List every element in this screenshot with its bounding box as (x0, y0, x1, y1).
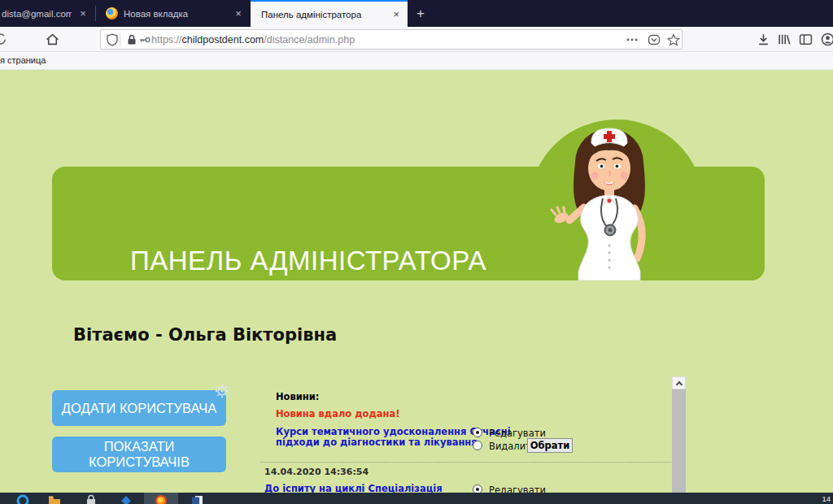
show-users-button[interactable]: ПОКАЗАТИ КОРИСТУВАЧІВ (52, 437, 226, 472)
news-status-message: Новина вдало додана! (276, 408, 399, 419)
bookmarks-bar: я страница (0, 52, 833, 70)
windows-taskbar: 14 (0, 493, 833, 504)
close-icon[interactable]: × (390, 8, 403, 21)
url-text[interactable]: https://childpostdent.com/distance/admin… (151, 34, 355, 46)
radio-edit-item1[interactable] (473, 428, 482, 437)
bookmark-star-icon[interactable] (667, 33, 680, 46)
tab-admin-panel-active[interactable]: Панель адміністратора × (251, 0, 408, 27)
new-tab-button[interactable]: + (411, 4, 430, 24)
tab-gmail-title: dista@gmail.com - (2, 9, 72, 19)
news-panel: Новини: Новина вдало додана! Курси темат… (260, 376, 671, 504)
news-item-title[interactable]: підходи до діагностики та лікування (276, 437, 478, 448)
chevron-up-icon (676, 381, 683, 388)
page-title: ПАНЕЛЬ АДМІНІСТРАТОРА (130, 245, 486, 276)
tab-gmail[interactable]: dista@gmail.com - × (0, 0, 94, 27)
lock-icon[interactable] (125, 33, 138, 46)
reload-icon-partial[interactable] (0, 33, 7, 46)
url-domain: childpostdent.com (182, 34, 264, 46)
taskbar-firefox-icon[interactable] (155, 494, 168, 504)
taskbar-mail-icon[interactable] (120, 494, 133, 504)
news-heading: Новини: (276, 391, 319, 402)
gear-icon (213, 382, 231, 400)
downloads-icon[interactable] (757, 33, 770, 46)
add-user-button[interactable]: ДОДАТИ КОРИСТУВАЧА (52, 390, 226, 426)
browser-window: dista@gmail.com - × Новая вкладка × Пане… (0, 0, 833, 504)
account-icon[interactable] (821, 33, 833, 46)
choose-button[interactable]: Обрати (527, 438, 573, 453)
news-item-date: 14.04.2020 14:36:54 (264, 467, 369, 477)
url-path: /distance/admin.php (264, 34, 355, 46)
page-content: ПАНЕЛЬ АДМІНІСТРАТОРА (0, 70, 833, 504)
tab-separator (95, 6, 96, 21)
page-actions-icon[interactable] (626, 33, 639, 46)
nurse-illustration (533, 124, 696, 280)
tab-new-tab-title: Новая вкладка (124, 9, 227, 19)
permission-key-icon[interactable] (138, 33, 151, 46)
library-icon[interactable] (777, 33, 791, 46)
bookmark-item-start-page[interactable]: я страница (0, 55, 46, 65)
url-scheme: https:// (151, 34, 182, 46)
close-icon[interactable]: × (76, 7, 89, 20)
show-users-button-label: ПОКАЗАТИ КОРИСТУВАЧІВ (89, 439, 190, 469)
radio-delete-item1[interactable] (473, 441, 482, 450)
news-scrollbar[interactable] (672, 376, 686, 504)
taskbar-store-icon[interactable] (85, 494, 98, 504)
tab-admin-panel-title: Панель адміністратора (261, 10, 385, 20)
tab-bar: dista@gmail.com - × Новая вкладка × Пане… (0, 0, 833, 27)
welcome-heading: Вітаємо - Ольга Вікторівна (73, 325, 337, 345)
scroll-up-button[interactable] (672, 376, 686, 389)
tab-new-tab[interactable]: Новая вкладка × (97, 0, 250, 27)
url-bar[interactable]: https://childpostdent.com/distance/admin… (100, 29, 683, 50)
close-icon[interactable]: × (232, 7, 245, 20)
scrollbar-thumb[interactable] (672, 389, 686, 504)
taskbar-browser-circle-icon[interactable] (16, 494, 29, 504)
add-user-button-label: ДОДАТИ КОРИСТУВАЧА (62, 401, 216, 415)
taskbar-clock[interactable]: 14 (822, 494, 831, 503)
url-divider (120, 33, 120, 46)
taskbar-word-icon[interactable] (191, 494, 204, 504)
firefox-icon (106, 7, 118, 20)
sidebar-toggle-icon[interactable] (799, 33, 813, 46)
tracking-shield-icon[interactable] (106, 33, 119, 46)
navigation-toolbar: https://childpostdent.com/distance/admin… (0, 27, 833, 52)
taskbar-file-explorer-icon[interactable] (48, 494, 61, 504)
pocket-icon[interactable] (648, 33, 661, 46)
radio-edit-item1-label: Редагувати (489, 428, 546, 439)
news-divider (260, 462, 671, 463)
home-icon[interactable] (46, 33, 59, 46)
